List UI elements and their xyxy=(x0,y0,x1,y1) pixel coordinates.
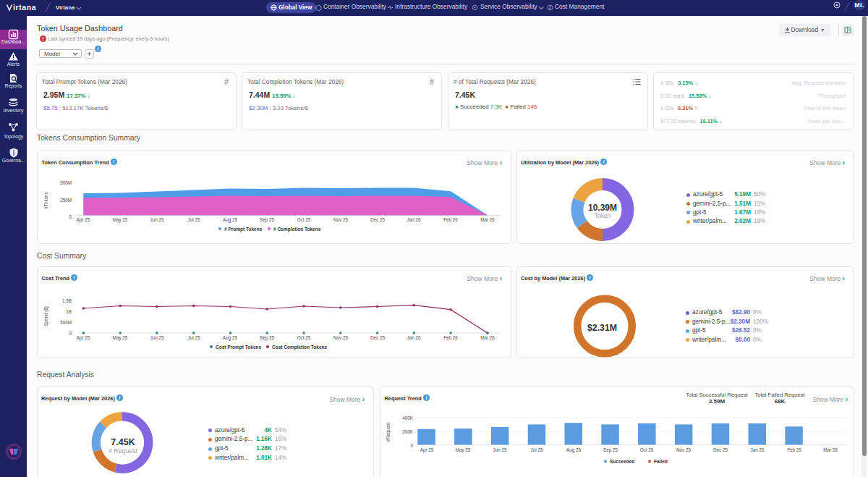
svg-text:250M: 250M xyxy=(60,198,72,203)
svg-text:Sep 25: Sep 25 xyxy=(260,217,274,223)
svg-text:Jan 26: Jan 26 xyxy=(751,447,765,452)
svg-text:Apr 25: Apr 25 xyxy=(77,217,90,223)
svg-text:Oct 25: Oct 25 xyxy=(640,447,654,452)
svg-text:Feb 26: Feb 26 xyxy=(443,217,458,222)
svg-text:Mar 26: Mar 26 xyxy=(480,335,495,340)
svg-text:Sep 25: Sep 25 xyxy=(260,335,274,341)
svg-text:# Completion Tokens: # Completion Tokens xyxy=(273,227,321,232)
svg-text:Jan 26: Jan 26 xyxy=(407,217,421,222)
svg-text:Feb 26: Feb 26 xyxy=(443,335,458,340)
svg-text:Cost Prompt Tokens: Cost Prompt Tokens xyxy=(216,345,261,350)
svg-text:400K: 400K xyxy=(402,415,414,421)
svg-text:Jun 25: Jun 25 xyxy=(150,217,164,222)
svg-text:Aug 25: Aug 25 xyxy=(223,217,237,223)
svg-text:#Request: #Request xyxy=(386,422,391,442)
svg-text:# Prompt Tokens: # Prompt Tokens xyxy=(224,227,263,232)
svg-text:0: 0 xyxy=(69,214,72,219)
svg-text:Feb 26: Feb 26 xyxy=(787,447,801,452)
svg-text:Jan 26: Jan 26 xyxy=(407,335,421,340)
svg-text:Dec 25: Dec 25 xyxy=(713,447,728,452)
svg-text:Jun 25: Jun 25 xyxy=(493,447,507,452)
svg-text:irtana: irtana xyxy=(13,3,36,12)
svg-text:200K: 200K xyxy=(402,429,414,434)
svg-text:0: 0 xyxy=(69,331,72,336)
svg-text:1.5B: 1.5B xyxy=(62,298,72,303)
svg-text:Nov 25: Nov 25 xyxy=(333,217,348,222)
svg-text:1B: 1B xyxy=(66,309,72,314)
svg-text:Apr 25: Apr 25 xyxy=(420,447,434,453)
svg-text:Spend ($): Spend ($) xyxy=(43,306,49,326)
svg-text:Mar 26: Mar 26 xyxy=(823,447,838,452)
svg-text:Jul 25: Jul 25 xyxy=(188,217,200,222)
svg-text:Failed: Failed xyxy=(654,459,668,464)
svg-text:Oct 25: Oct 25 xyxy=(297,335,311,340)
svg-text:Jun 25: Jun 25 xyxy=(150,335,164,340)
svg-text:Dec 25: Dec 25 xyxy=(370,217,385,222)
svg-text:May 25: May 25 xyxy=(113,335,128,341)
svg-text:Succeeded: Succeeded xyxy=(610,459,634,464)
svg-text:May 25: May 25 xyxy=(456,447,471,453)
svg-text:Aug 25: Aug 25 xyxy=(223,335,237,341)
svg-text:Sep 25: Sep 25 xyxy=(603,447,618,453)
svg-text:Jul 25: Jul 25 xyxy=(531,447,543,452)
svg-text:Oct 25: Oct 25 xyxy=(297,217,311,222)
svg-text:Dec 25: Dec 25 xyxy=(370,335,385,340)
svg-text:Aug 25: Aug 25 xyxy=(566,447,581,453)
svg-text:#Tokens: #Tokens xyxy=(43,192,48,208)
svg-text:0: 0 xyxy=(410,443,413,448)
svg-text:Mar 26: Mar 26 xyxy=(480,217,495,222)
svg-text:May 25: May 25 xyxy=(113,217,128,223)
svg-text:Nov 25: Nov 25 xyxy=(676,447,691,452)
svg-text:500M: 500M xyxy=(60,320,72,325)
svg-text:Cost Completion Tokens: Cost Completion Tokens xyxy=(272,345,327,350)
svg-text:Nov 25: Nov 25 xyxy=(333,335,348,340)
svg-text:Jul 25: Jul 25 xyxy=(188,335,200,340)
svg-text:500M: 500M xyxy=(60,180,72,185)
svg-text:Apr 25: Apr 25 xyxy=(77,335,90,341)
